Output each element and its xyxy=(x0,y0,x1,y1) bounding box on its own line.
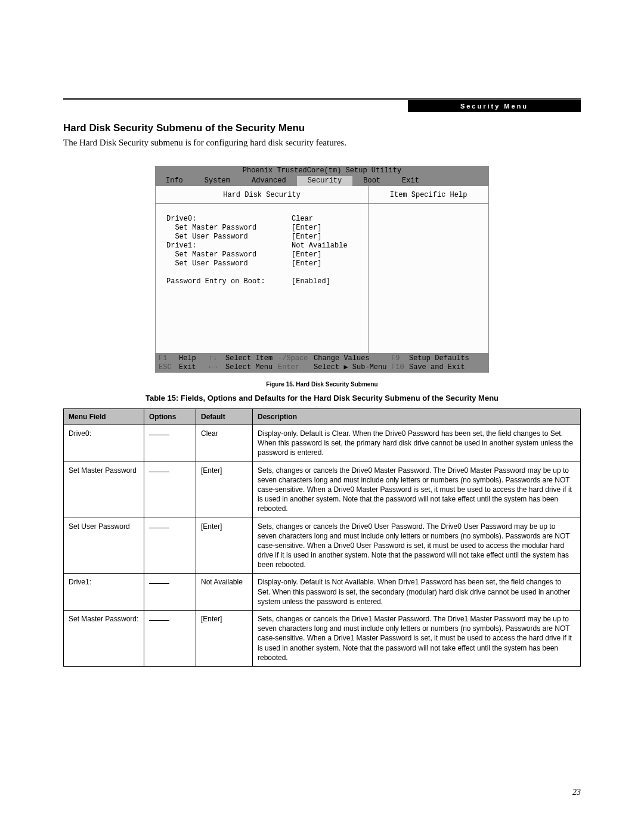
bios-key-f10: F10 xyxy=(391,363,409,372)
table-row: Set Master Password:[Enter]Sets, changes… xyxy=(64,611,581,667)
bios-item-value: Not Available xyxy=(292,241,361,250)
bios-item-row: Drive0:Clear xyxy=(166,215,361,224)
bios-tab-security: Security xyxy=(297,176,353,186)
table-row: Set User Password[Enter]Sets, changes or… xyxy=(64,518,581,574)
section-intro: The Hard Disk Security submenu is for co… xyxy=(63,138,581,148)
options-dash-icon xyxy=(149,583,169,584)
bios-item-row: Drive1:Not Available xyxy=(166,241,361,250)
bios-tab-exit: Exit xyxy=(391,176,430,186)
bios-key-space: -/Space xyxy=(278,354,314,363)
bios-tab-info: Info xyxy=(155,176,194,186)
bios-exit-label: Exit xyxy=(179,363,209,372)
bios-items: Drive0:Clear Set Master Password[Enter] … xyxy=(156,204,368,292)
bios-tab-boot: Boot xyxy=(352,176,391,186)
cell-menu-field: Set User Password xyxy=(64,518,144,574)
bios-item-label: Set User Password xyxy=(166,259,292,268)
bios-tab-advanced: Advanced xyxy=(241,176,297,186)
cell-options xyxy=(144,611,196,667)
bios-key-esc: ESC xyxy=(159,363,179,372)
cell-menu-field: Drive0: xyxy=(64,425,144,462)
bios-select-item-label: Select Item xyxy=(225,354,278,363)
bios-item-label: Drive0: xyxy=(166,215,292,224)
cell-options xyxy=(144,425,196,462)
cell-description: Sets, changes or cancels the Drive1 Mast… xyxy=(253,611,581,667)
bios-setup-defaults-label: Setup Defaults xyxy=(409,354,485,363)
bios-key-arrows-lr: ←→ xyxy=(209,363,225,372)
th-menu-field: Menu Field xyxy=(64,409,144,425)
cell-options xyxy=(144,518,196,574)
header-section-label: Security Menu xyxy=(408,100,581,112)
cell-default: Not Available xyxy=(196,574,253,611)
bios-key-enter: Enter xyxy=(278,363,314,372)
bios-item-row xyxy=(166,268,361,277)
bios-tab-system: System xyxy=(194,176,241,186)
cell-options xyxy=(144,574,196,611)
bios-item-value: [Enter] xyxy=(292,233,361,241)
cell-menu-field: Set Master Password: xyxy=(64,611,144,667)
cell-menu-field: Drive1: xyxy=(64,574,144,611)
section-title: Hard Disk Security Submenu of the Securi… xyxy=(63,122,581,134)
table-row: Set Master Password[Enter]Sets, changes … xyxy=(64,462,581,518)
fields-table: Menu Field Options Default Description D… xyxy=(63,408,581,667)
bios-item-value: [Enter] xyxy=(292,224,361,233)
cell-description: Display-only. Default is Clear. When the… xyxy=(253,425,581,462)
bios-right-heading: Item Specific Help xyxy=(369,186,488,204)
th-description: Description xyxy=(253,409,581,425)
bios-item-label: Set Master Password xyxy=(166,250,292,259)
cell-default: Clear xyxy=(196,425,253,462)
bios-item-row: Set User Password[Enter] xyxy=(166,233,361,241)
cell-default: [Enter] xyxy=(196,611,253,667)
bios-item-value: [Enabled] xyxy=(292,277,361,286)
options-dash-icon xyxy=(149,472,169,472)
bios-change-values-label: Change Values xyxy=(314,354,391,363)
cell-default: [Enter] xyxy=(196,462,253,518)
bios-item-label: Password Entry on Boot: xyxy=(166,277,292,286)
bios-item-label: Set Master Password xyxy=(166,224,292,233)
th-default: Default xyxy=(196,409,253,425)
figure-caption: Figure 15. Hard Disk Security Submenu xyxy=(63,381,581,388)
table-row: Drive1:Not AvailableDisplay-only. Defaul… xyxy=(64,574,581,611)
bios-item-value: [Enter] xyxy=(292,259,361,268)
bios-item-row: Password Entry on Boot:[Enabled] xyxy=(166,277,361,286)
bios-item-label: Drive1: xyxy=(166,241,292,250)
cell-options xyxy=(144,462,196,518)
cell-description: Sets, changes or cancels the Drive0 Mast… xyxy=(253,462,581,518)
bios-item-row: Set User Password[Enter] xyxy=(166,259,361,268)
cell-default: [Enter] xyxy=(196,518,253,574)
bios-item-label: Set User Password xyxy=(166,233,292,241)
bios-select-menu-label: Select Menu xyxy=(225,363,278,372)
th-options: Options xyxy=(144,409,196,425)
bios-select-submenu-label: Select ▶ Sub-Menu xyxy=(314,363,391,372)
bios-tabs: InfoSystemAdvancedSecurityBootExit xyxy=(155,176,489,186)
bios-figure: Phoenix TrustedCore(tm) Setup Utility In… xyxy=(155,166,489,373)
bios-left-heading: Hard Disk Security xyxy=(156,186,368,204)
top-rule xyxy=(63,98,581,100)
bios-item-value: Clear xyxy=(292,215,361,224)
cell-menu-field: Set Master Password xyxy=(64,462,144,518)
bios-item-value: [Enter] xyxy=(292,250,361,259)
cell-description: Display-only. Default is Not Available. … xyxy=(253,574,581,611)
bios-key-arrows-ud: ↑↓ xyxy=(209,354,225,363)
options-dash-icon xyxy=(149,528,169,528)
bios-item-row: Set Master Password[Enter] xyxy=(166,250,361,259)
table-row: Drive0:ClearDisplay-only. Default is Cle… xyxy=(64,425,581,462)
bios-footer: F1 Help ↑↓ Select Item -/Space Change Va… xyxy=(155,354,489,373)
bios-save-exit-label: Save and Exit xyxy=(409,363,485,372)
bios-key-f9: F9 xyxy=(391,354,409,363)
page-number: 23 xyxy=(572,788,581,797)
bios-item-row: Set Master Password[Enter] xyxy=(166,224,361,233)
options-dash-icon xyxy=(149,620,169,621)
bios-title: Phoenix TrustedCore(tm) Setup Utility xyxy=(155,166,489,176)
table-caption: Table 15: Fields, Options and Defaults f… xyxy=(63,394,581,402)
cell-description: Sets, changes or cancels the Drive0 User… xyxy=(253,518,581,574)
options-dash-icon xyxy=(149,435,169,435)
bios-help-label: Help xyxy=(179,354,209,363)
bios-key-f1: F1 xyxy=(159,354,179,363)
